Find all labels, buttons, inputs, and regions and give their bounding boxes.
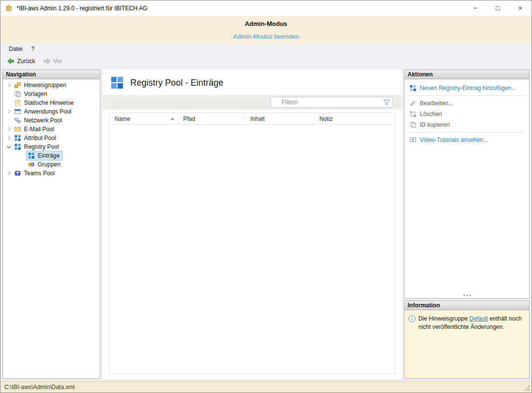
column-header-label: Pfad	[183, 116, 195, 122]
actions-separator	[409, 95, 525, 96]
nav-item-registry-pool[interactable]: Registry Pool	[3, 142, 100, 151]
back-button[interactable]: Zurück	[3, 56, 39, 67]
nav-item-eintraege[interactable]: Einträge	[3, 151, 100, 160]
workspace: Navigation Hinweisgruppen	[0, 68, 532, 381]
teams-pool-icon	[14, 169, 22, 177]
nav-item-label: Anwendungs Pool	[24, 108, 72, 115]
sort-ascending-icon	[170, 117, 174, 120]
maximize-button[interactable]: □	[486, 0, 509, 16]
actions-separator	[409, 132, 525, 133]
network-pool-icon	[14, 116, 22, 124]
column-header-inhalt[interactable]: Inhalt	[245, 113, 314, 124]
chevron-spacer	[5, 99, 12, 106]
actions-list: Neuen Registry-Eintrag hinzufügen... Bea…	[405, 79, 529, 292]
nav-item-netzwerk-pool[interactable]: Netzwerk Pool	[3, 116, 100, 125]
menu-help[interactable]: ?	[27, 45, 39, 53]
filter-band	[102, 95, 402, 110]
action-copy-id[interactable]: ID kopieren	[405, 119, 529, 130]
back-button-label: Zurück	[17, 58, 35, 65]
app-window: *IBI-aws Admin 1.29.0 - registriert für …	[0, 0, 532, 393]
content-panel: Registry Pool - Einträge Name	[102, 69, 402, 379]
nav-item-label: Registry Pool	[24, 143, 59, 150]
default-group-link[interactable]: Default	[469, 315, 488, 322]
nav-item-attribut-pool[interactable]: Attribut Pool	[3, 134, 100, 142]
video-tutorials-icon	[409, 137, 416, 144]
information-body: i Die Hinweisgruppe Default enthält noch…	[405, 310, 529, 378]
chevron-right-icon[interactable]	[5, 126, 12, 133]
entries-icon	[27, 152, 35, 160]
column-header-pfad[interactable]: Pfad	[178, 113, 245, 124]
action-label: Löschen	[420, 111, 442, 117]
copy-id-icon	[409, 121, 416, 129]
chevron-right-icon[interactable]	[5, 82, 12, 89]
edit-icon	[409, 100, 416, 107]
add-registry-icon	[409, 85, 416, 92]
statusbar: C:\IBI-aws\Admin\Data.xml	[0, 381, 532, 393]
chevron-down-icon[interactable]	[5, 143, 12, 150]
column-header-label: Name	[115, 116, 130, 122]
action-video-tutorials[interactable]: Video-Tutorials ansehen...	[405, 135, 529, 145]
action-delete[interactable]: Löschen	[405, 109, 529, 119]
minimize-button[interactable]: −	[464, 0, 486, 16]
action-label: Neuen Registry-Eintrag hinzufügen...	[420, 85, 516, 92]
delete-icon	[409, 111, 416, 118]
nav-item-email-pool[interactable]: E-Mail Pool	[3, 125, 100, 134]
navigation-tree: Hinweisgruppen Vorlagen	[3, 79, 100, 378]
column-header-label: Notiz	[319, 116, 333, 122]
column-header-label: Inhalt	[250, 116, 265, 122]
navigation-panel-header: Navigation	[3, 70, 100, 79]
email-pool-icon	[14, 125, 22, 133]
nav-item-anwendungs-pool[interactable]: Anwendungs Pool	[3, 107, 100, 116]
chevron-right-icon[interactable]	[5, 170, 12, 177]
app-icon	[5, 4, 13, 12]
chevron-right-icon[interactable]	[5, 108, 12, 115]
filter-funnel-icon[interactable]	[383, 99, 390, 106]
titlebar: *IBI-aws Admin 1.29.0 - registriert für …	[0, 0, 532, 16]
application-pool-icon	[14, 108, 22, 116]
nav-item-statische-hinweise[interactable]: Statische Hinweise	[3, 98, 100, 107]
filter-input[interactable]	[271, 99, 383, 106]
information-prefix: Die Hinweisgruppe	[418, 315, 469, 322]
close-button[interactable]: ×	[509, 0, 532, 16]
column-header-notiz[interactable]: Notiz	[314, 113, 395, 124]
chevron-right-icon[interactable]	[5, 135, 12, 141]
panel-splitter-grip[interactable]	[405, 292, 529, 298]
templates-icon	[14, 90, 22, 98]
menubar: Datei ?	[0, 44, 532, 54]
page-title: Registry Pool - Einträge	[130, 78, 223, 88]
registry-entries-icon	[110, 76, 124, 90]
information-message: Die Hinweisgruppe Default enthält noch n…	[418, 315, 525, 331]
forward-button[interactable]: Vor	[40, 56, 66, 67]
content-header: Registry Pool - Einträge	[102, 69, 402, 95]
nav-item-label: Statische Hinweise	[24, 99, 73, 106]
nav-item-vorlagen[interactable]: Vorlagen	[3, 90, 100, 98]
window-controls: − □ ×	[464, 0, 532, 16]
menu-datei[interactable]: Datei	[4, 45, 27, 53]
back-arrow-icon	[7, 57, 15, 65]
nav-item-label: Teams Pool	[24, 170, 55, 177]
nav-item-teams-pool[interactable]: Teams Pool	[3, 169, 100, 178]
admin-mode-exit-link[interactable]: Admin-Modus beenden	[233, 33, 299, 40]
action-label: ID kopieren	[420, 121, 450, 128]
nav-item-label: Vorlagen	[24, 91, 47, 97]
attribute-pool-icon	[14, 134, 22, 142]
action-add-registry-entry[interactable]: Neuen Registry-Eintrag hinzufügen...	[405, 83, 529, 93]
table-body-empty	[110, 125, 395, 373]
action-label: Bearbeiten...	[420, 100, 453, 107]
chevron-spacer	[5, 117, 12, 124]
forward-button-label: Vor	[53, 58, 62, 65]
nav-item-gruppen[interactable]: Gruppen	[3, 160, 100, 169]
action-edit[interactable]: Bearbeiten...	[405, 98, 529, 109]
resize-grip[interactable]	[524, 385, 531, 392]
column-header-name[interactable]: Name	[110, 113, 178, 124]
chevron-spacer	[19, 152, 26, 159]
admin-mode-title: Admin-Modus	[0, 20, 532, 27]
nav-item-label: Einträge	[38, 152, 60, 159]
nav-item-hinweisgruppen[interactable]: Hinweisgruppen	[3, 81, 100, 90]
action-label: Video-Tutorials ansehen...	[420, 137, 488, 143]
admin-mode-banner: Admin-Modus Admin-Modus beenden	[0, 16, 532, 44]
chevron-spacer	[5, 91, 12, 97]
forward-arrow-icon	[43, 57, 51, 65]
information-panel: Information i Die Hinweisgruppe Default …	[404, 301, 530, 379]
hint-groups-icon	[14, 81, 22, 89]
